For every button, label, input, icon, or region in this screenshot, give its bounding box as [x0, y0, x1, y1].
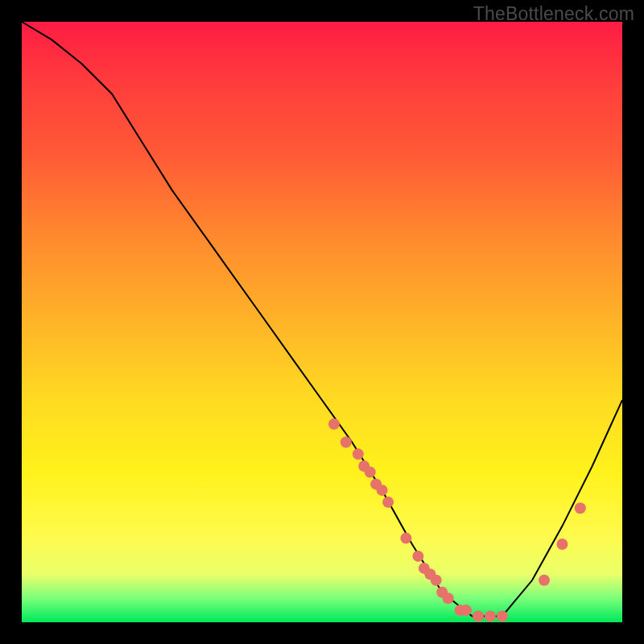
- data-point: [353, 448, 364, 460]
- data-point: [460, 605, 472, 616]
- data-point: [556, 539, 568, 550]
- chart-area: [22, 22, 622, 622]
- data-point: [473, 611, 484, 622]
- data-point: [575, 502, 586, 514]
- data-point: [341, 436, 352, 448]
- data-point: [431, 575, 442, 586]
- data-point: [539, 575, 550, 586]
- data-point: [328, 419, 340, 430]
- data-point: [485, 611, 496, 622]
- marker-group: [328, 419, 586, 622]
- data-point: [382, 497, 394, 508]
- bottleneck-chart: [22, 22, 622, 622]
- data-point: [400, 533, 411, 544]
- curve-line: [22, 22, 622, 617]
- data-point: [377, 485, 388, 496]
- data-point: [412, 551, 423, 562]
- data-point: [497, 611, 508, 622]
- data-point: [443, 592, 454, 604]
- data-point: [365, 467, 376, 478]
